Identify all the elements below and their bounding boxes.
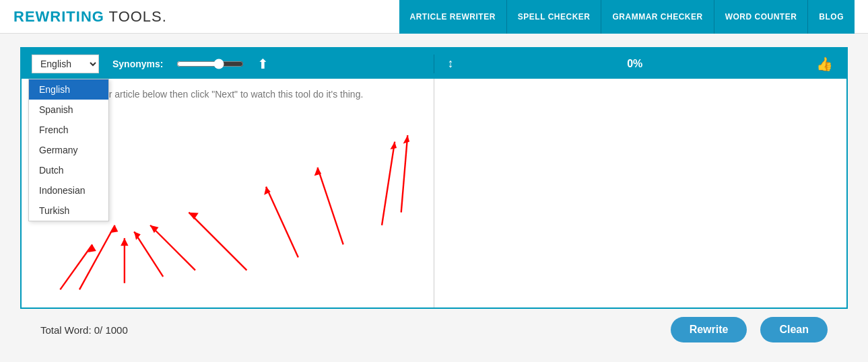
editor-panels: English Spanish French Germany Dutch Ind… [22, 79, 846, 307]
synonyms-slider-container [176, 59, 244, 69]
thumb-icon[interactable]: 👍 [816, 56, 833, 72]
synonyms-label: Synonyms: [112, 59, 163, 69]
panel-right [434, 79, 847, 307]
logo: REWRITING TOOLS. [13, 8, 167, 26]
language-dropdown: English Spanish French Germany Dutch Ind… [28, 79, 109, 221]
dropdown-item-spanish[interactable]: Spanish [29, 100, 108, 120]
clean-button[interactable]: Clean [760, 317, 828, 342]
main-content: English Spanish French Germany Dutch Ind… [0, 34, 868, 362]
logo-tools: TOOLS. [104, 8, 167, 25]
language-select[interactable]: English Spanish French Germany Dutch Ind… [32, 55, 99, 73]
sort-icon[interactable]: ↕ [448, 57, 454, 71]
footer: Total Word: 0/ 1000 Rewrite Clean [20, 309, 848, 351]
logo-rewriting: REWRITING [13, 8, 104, 25]
dropdown-item-english[interactable]: English [29, 79, 108, 100]
nav-blog[interactable]: BLOG [808, 0, 855, 34]
panel-left: English Spanish French Germany Dutch Ind… [22, 79, 434, 307]
nav-spell-checker[interactable]: SPELL CHECKER [507, 0, 602, 34]
dropdown-item-germany[interactable]: Germany [29, 140, 108, 160]
dropdown-item-dutch[interactable]: Dutch [29, 160, 108, 180]
rewrite-button[interactable]: Rewrite [671, 317, 747, 342]
nav-word-counter[interactable]: WORD COUNTER [714, 0, 809, 34]
toolbar-left: English Spanish French Germany Dutch Ind… [22, 55, 434, 73]
synonyms-slider[interactable] [176, 59, 244, 69]
word-count-label: Total Word: 0/ 1000 [40, 324, 657, 336]
upload-icon[interactable]: ⬆ [257, 56, 269, 72]
dropdown-item-turkish[interactable]: Turkish [29, 201, 108, 221]
dropdown-item-french[interactable]: French [29, 120, 108, 140]
output-textarea[interactable] [434, 79, 847, 307]
main-nav: ARTICLE REWRITER SPELL CHECKER GRAMMAR C… [399, 0, 855, 34]
dropdown-item-indonesian[interactable]: Indonesian [29, 180, 108, 201]
header: REWRITING TOOLS. ARTICLE REWRITER SPELL … [0, 0, 868, 34]
toolbar-right: ↕ 0% 👍 [434, 56, 847, 72]
percent-display: 0% [627, 58, 642, 70]
tool-container: English Spanish French Germany Dutch Ind… [20, 47, 848, 309]
nav-article-rewriter[interactable]: ARTICLE REWRITER [399, 0, 507, 34]
toolbar: English Spanish French Germany Dutch Ind… [22, 48, 846, 79]
nav-grammar-checker[interactable]: GRAMMAR CHECKER [601, 0, 714, 34]
